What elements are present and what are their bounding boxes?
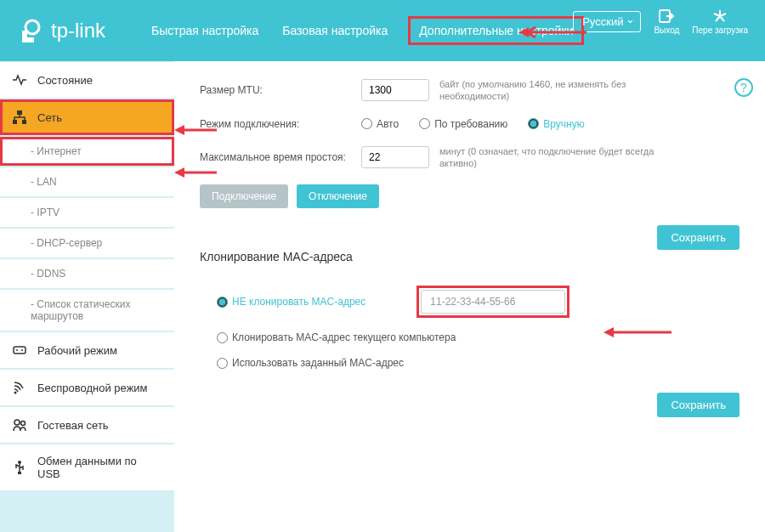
mode-icon — [12, 342, 27, 358]
tab-advanced-setup[interactable]: Дополнительные настройки — [408, 16, 584, 45]
svg-point-9 — [21, 349, 23, 351]
sidebar-item-wireless[interactable]: Беспроводной режим — [0, 370, 174, 405]
network-icon — [12, 110, 27, 125]
sidebar-item-mode[interactable]: Рабочий режим — [0, 332, 174, 368]
sidebar-item-status[interactable]: Состояние — [0, 62, 174, 98]
logo: tp-link — [17, 17, 105, 44]
svg-point-13 — [18, 461, 21, 464]
svg-point-8 — [16, 349, 18, 351]
tplink-logo-icon — [17, 17, 44, 44]
sidebar-sub-internet[interactable]: - Интернет — [0, 137, 174, 166]
radio-mac-no-clone[interactable]: НЕ клонировать MAC-адрес — [217, 296, 366, 308]
connection-mode-label: Режим подключения: — [200, 118, 361, 130]
exit-icon — [658, 8, 675, 24]
mac-input[interactable] — [421, 290, 565, 314]
sidebar-sub-lan[interactable]: - LAN — [0, 167, 174, 196]
radio-mac-clone-pc[interactable]: Клонировать MAC-адрес текущего компьютер… — [217, 331, 456, 343]
mac-custom-row: Использовать заданный MAC-адрес — [200, 350, 740, 376]
mtu-hint: байт (по умолчанию 1460, не изменять без… — [439, 78, 660, 103]
tab-basic-setup[interactable]: Базовая настройка — [279, 16, 391, 45]
sidebar-sub-routes[interactable]: - Список статических маршрутов — [0, 290, 174, 331]
radio-manual[interactable]: Вручную — [528, 118, 584, 130]
svg-rect-6 — [22, 120, 26, 124]
usb-icon — [12, 460, 27, 475]
connection-mode-row: Режим подключения: Авто По требованию Вр… — [200, 118, 740, 130]
connection-buttons: Подключение Отключение — [200, 184, 740, 208]
save-button-2[interactable]: Сохранить — [657, 393, 740, 417]
svg-point-10 — [14, 392, 17, 394]
svg-rect-5 — [13, 120, 17, 124]
brand-text: tp-link — [51, 19, 105, 42]
svg-rect-7 — [14, 347, 26, 354]
help-icon[interactable]: ? — [734, 78, 753, 97]
main: Состояние Сеть - Интернет - LAN - IPTV -… — [0, 61, 765, 532]
mtu-label: Размер MTU: — [200, 84, 361, 96]
svg-rect-14 — [18, 472, 21, 474]
svg-point-12 — [21, 422, 26, 426]
mac-clone-title: Клонирование MAC-адреса — [200, 250, 740, 263]
tabs: Быстрая настройка Базовая настройка Допо… — [148, 16, 584, 45]
logout-button[interactable]: Выход — [654, 8, 679, 35]
tab-quick-setup[interactable]: Быстрая настройка — [148, 16, 262, 45]
svg-rect-4 — [17, 110, 22, 115]
sidebar-item-network[interactable]: Сеть — [0, 99, 174, 135]
header-right: Русский Выход Пере загрузка — [573, 8, 748, 35]
wifi-icon — [12, 380, 27, 395]
content: ? Размер MTU: байт (по умолчанию 1460, н… — [174, 61, 765, 532]
mtu-input[interactable] — [361, 79, 429, 101]
svg-point-11 — [14, 420, 20, 425]
radio-demand[interactable]: По требованию — [419, 118, 507, 130]
svg-point-0 — [26, 20, 39, 34]
radio-mac-custom[interactable]: Использовать заданный MAC-адрес — [217, 357, 404, 369]
sidebar-sub-iptv[interactable]: - IPTV — [0, 198, 174, 227]
header: tp-link Быстрая настройка Базовая настро… — [0, 0, 765, 61]
status-icon — [12, 72, 27, 88]
sidebar-sub-ddns[interactable]: - DDNS — [0, 259, 174, 288]
sidebar: Состояние Сеть - Интернет - LAN - IPTV -… — [0, 61, 174, 532]
mac-no-clone-row: НЕ клонировать MAC-адрес — [200, 279, 740, 325]
save-button-1[interactable]: Сохранить — [657, 225, 740, 250]
reload-icon — [711, 8, 728, 24]
radio-auto[interactable]: Авто — [361, 118, 399, 130]
svg-rect-2 — [22, 37, 34, 42]
sidebar-sub-dhcp[interactable]: - DHCP-сервер — [0, 229, 174, 258]
idle-row: Максимальное время простоя: минут (0 озн… — [200, 145, 740, 170]
mtu-row: Размер MTU: байт (по умолчанию 1460, не … — [200, 78, 740, 103]
idle-hint: минут (0 означает, что подключение будет… — [439, 145, 660, 170]
disconnect-button[interactable]: Отключение — [297, 184, 379, 208]
guest-icon — [12, 417, 27, 433]
connect-button[interactable]: Подключение — [200, 184, 288, 208]
idle-label: Максимальное время простоя: — [200, 151, 361, 163]
idle-input[interactable] — [361, 146, 429, 168]
language-select[interactable]: Русский — [573, 11, 641, 32]
mac-clone-pc-row: Клонировать MAC-адрес текущего компьютер… — [200, 325, 740, 350]
sidebar-item-guest[interactable]: Гостевая сеть — [0, 407, 174, 443]
sidebar-item-usb[interactable]: Обмен данными по USB — [0, 444, 174, 490]
reload-button[interactable]: Пере загрузка — [692, 8, 748, 35]
